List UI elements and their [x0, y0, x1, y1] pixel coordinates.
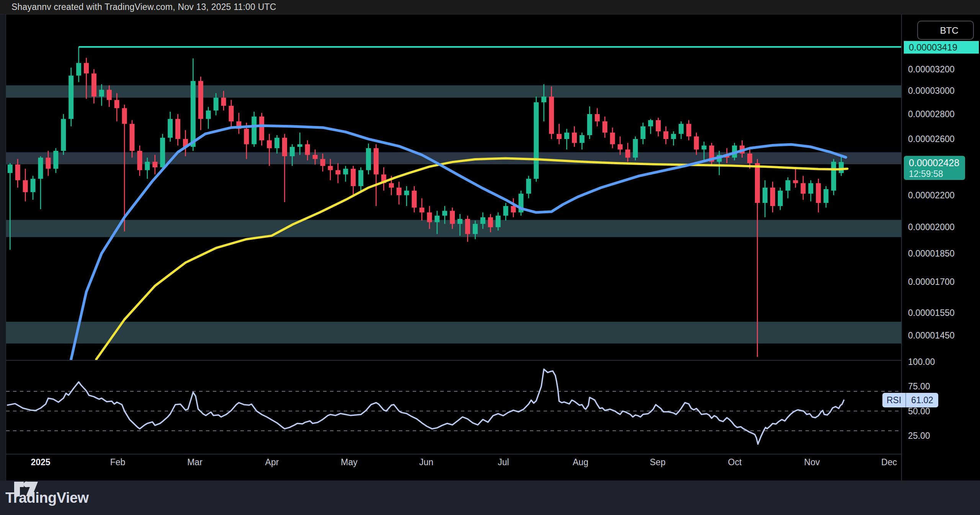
price-axis-label: 0.00003000	[908, 85, 955, 96]
rsi-badge-label: RSI	[882, 393, 906, 407]
chart-plot-svg	[0, 0, 980, 515]
tradingview-logo-icon[interactable]	[14, 481, 38, 497]
time-axis-month-label: Apr	[255, 457, 289, 468]
bar-countdown: 12:59:58	[909, 169, 965, 179]
rsi-axis-label: 25.00	[908, 430, 930, 441]
current-price-value: 0.00002428	[909, 157, 965, 169]
price-axis-label: 0.00002200	[908, 190, 955, 201]
price-axis-label: 0.00001550	[908, 307, 955, 318]
rsi-axis-label: 100.00	[908, 356, 935, 367]
rsi-layer	[6, 369, 902, 444]
time-axis-year-label: 2025	[23, 457, 58, 468]
tradingview-chart-window: Shayannv created with TradingView.com, N…	[0, 0, 980, 515]
time-axis-month-label: May	[332, 457, 366, 468]
price-axis-label: 0.00002000	[908, 222, 955, 232]
rsi-axis-label: 75.00	[908, 381, 930, 392]
time-axis-month-label: Feb	[101, 457, 135, 468]
time-axis-month-label: Nov	[795, 457, 829, 468]
current-price-badge: 0.00002428 12:59:58	[904, 156, 965, 180]
price-axis-label: 0.00003200	[908, 64, 955, 75]
price-axis-label: 0.00002600	[908, 134, 955, 144]
time-axis-month-label: Oct	[718, 457, 752, 468]
left-gutter	[0, 15, 6, 481]
price-axis-label: 0.00002800	[908, 109, 955, 119]
time-axis-month-label: Jul	[486, 457, 521, 468]
time-axis-month-label: Mar	[178, 457, 212, 468]
resistance-price-label: 0.00003419	[904, 41, 979, 54]
price-axis-label: 0.00001450	[908, 330, 955, 341]
rsi-badge: RSI 61.02	[882, 393, 938, 407]
price-axis-label: 0.00001700	[908, 276, 955, 287]
price-axis-label: 0.00001850	[908, 248, 955, 259]
quote-currency-button[interactable]: BTC	[917, 21, 974, 40]
time-axis-month-label: Sep	[640, 457, 675, 468]
time-axis-month-label: Jun	[409, 457, 444, 468]
time-axis-month-label: Dec	[872, 457, 906, 468]
time-axis-month-label: Aug	[564, 457, 598, 468]
rsi-badge-value: 61.02	[906, 393, 938, 407]
rsi-axis-label: 50.00	[908, 406, 930, 417]
footer-bar: TradingView	[0, 481, 980, 515]
